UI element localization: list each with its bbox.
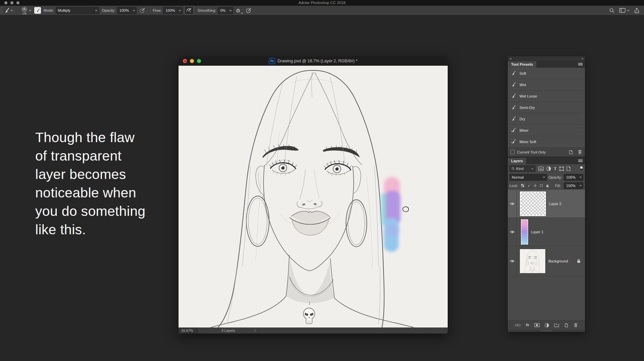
layer-visibility-toggle[interactable] [508, 246, 517, 276]
canvas[interactable] [179, 66, 448, 327]
filter-type-layers-icon[interactable]: T [554, 166, 557, 171]
tool-preset-list: Soft Wet Wet Loose Semi-Dry Dry Mixer [508, 68, 585, 147]
tool-preset-item[interactable]: Wet [508, 79, 585, 91]
tool-preset-item[interactable]: Wet Loose [508, 91, 585, 102]
delete-layer-icon[interactable] [574, 323, 578, 327]
smoothing-value: 0% [218, 7, 228, 14]
watercolor-stroke [381, 177, 400, 252]
search-icon[interactable] [609, 8, 614, 13]
new-group-icon[interactable] [554, 323, 559, 327]
layer-row-layer-2[interactable]: Layer 2 [508, 190, 585, 218]
layer-opacity-label: Opacity: [549, 175, 562, 179]
tab-layers[interactable]: Layers [508, 158, 526, 164]
layers-tab-row: Layers [508, 158, 585, 164]
filter-toggle-icon[interactable] [580, 166, 583, 171]
lock-artboard-icon[interactable] [540, 183, 543, 188]
tool-preset-label: Mixer [519, 128, 529, 132]
status-info[interactable]: 3 Layers › [198, 327, 259, 334]
new-preset-icon[interactable] [568, 150, 573, 155]
pressure-size-button[interactable] [244, 6, 253, 14]
zoom-level-input[interactable]: 16.67% [179, 327, 198, 334]
layer-visibility-toggle[interactable] [508, 190, 517, 218]
filter-adjustment-layers-icon[interactable] [546, 166, 551, 171]
panel-menu-icon[interactable] [578, 159, 583, 162]
chevron-down-icon[interactable] [29, 10, 32, 11]
airbrush-toggle-button[interactable] [184, 6, 194, 15]
layer-thumbnail[interactable] [520, 191, 546, 216]
layers-blend-row: Normal Opacity: 100% [508, 173, 585, 181]
psd-file-icon: Ps [269, 58, 275, 64]
filter-smart-objects-icon[interactable] [566, 166, 571, 171]
workspace-switcher[interactable] [619, 8, 630, 13]
document-window: Ps Drawing.psd @ 16.7% (Layer 2, RGB/8#)… [179, 56, 448, 334]
layer-opacity-input[interactable]: 100% [564, 174, 583, 181]
layer-blend-mode-select[interactable]: Normal [509, 174, 547, 181]
brush-preset-picker[interactable]: 125 [21, 6, 28, 15]
layer-thumbnail[interactable] [521, 219, 528, 245]
link-layers-icon[interactable] [515, 323, 521, 327]
menu-bar: Adobe Photoshop CC 2018 [0, 0, 644, 6]
layer-thumbnail[interactable] [520, 249, 545, 273]
smoothing-options-gear-icon[interactable]: ⚙ [236, 8, 240, 13]
chevron-down-icon [179, 10, 181, 11]
layer-fill-value: 100% [564, 183, 578, 189]
layer-mask-icon[interactable] [534, 323, 540, 327]
trash-icon[interactable] [578, 149, 582, 155]
collapse-panels-icon[interactable]: « [581, 57, 583, 60]
current-tool-only-checkbox[interactable] [510, 150, 515, 154]
layer-style-fx-icon[interactable]: fx [526, 323, 529, 327]
tool-preset-label: Dry [519, 117, 525, 121]
layer-visibility-toggle[interactable] [508, 218, 517, 246]
tab-tool-presets[interactable]: Tool Presets [508, 61, 536, 68]
layer-row-background[interactable]: Background [508, 246, 585, 276]
blend-mode-select[interactable]: Multiply [56, 7, 99, 14]
filter-pixel-layers-icon[interactable] [538, 167, 544, 171]
tool-preset-item[interactable]: Soft [508, 68, 585, 79]
chevron-down-icon [543, 176, 545, 178]
share-icon[interactable] [634, 8, 639, 13]
tool-preset-label: Mixer Soft [519, 140, 536, 144]
layers-lock-row: Lock: Fill: 100% [508, 181, 585, 190]
status-chevron-icon[interactable]: › [254, 328, 256, 333]
lock-all-icon[interactable] [546, 183, 549, 188]
flow-input[interactable]: 100% [163, 7, 183, 14]
tool-presets-tab-row: Tool Presets [508, 61, 585, 68]
chevron-down-icon [627, 10, 630, 11]
panel-menu-icon[interactable] [578, 63, 583, 66]
tool-preset-item[interactable]: Semi-Dry [508, 102, 585, 113]
toggle-brush-settings-button[interactable] [34, 7, 41, 14]
layers-empty-area [508, 276, 585, 320]
brush-icon [511, 82, 516, 87]
chevron-down-icon [579, 185, 582, 186]
current-tool-only-label: Current Tool Only [517, 150, 546, 154]
filter-shape-layers-icon[interactable] [559, 167, 564, 171]
lock-paint-icon[interactable] [527, 183, 530, 188]
smoothing-input[interactable]: 0% [218, 7, 233, 14]
brush-tip-thumbnail-icon [21, 6, 28, 12]
chevron-down-icon [531, 168, 534, 170]
opacity-input[interactable]: 100% [117, 7, 137, 14]
tool-preset-item[interactable]: Mixer [508, 125, 585, 136]
brush-icon [511, 116, 516, 121]
chevron-down-icon [133, 10, 135, 11]
filter-kind-select[interactable]: Kind [509, 165, 536, 172]
panel-resize-handle[interactable] [508, 330, 585, 332]
layer-fill-input[interactable]: 100% [564, 182, 583, 189]
document-title-bar[interactable]: Ps Drawing.psd @ 16.7% (Layer 2, RGB/8#)… [179, 56, 448, 66]
workspace-icon [619, 8, 626, 13]
brush-tool-button[interactable] [2, 6, 14, 14]
layer-row-layer-1[interactable]: Layer 1 [508, 218, 585, 246]
tool-preset-item[interactable]: Mixer Soft [508, 136, 585, 147]
new-layer-icon[interactable] [564, 323, 568, 327]
layer-name: Layer 2 [549, 202, 561, 206]
caption-text: Though the flaw of transparent layer bec… [35, 128, 183, 239]
fill-label: Fill: [555, 184, 561, 188]
close-panel-icon[interactable]: × [510, 57, 512, 61]
lock-position-icon[interactable] [534, 183, 537, 188]
lock-transparency-icon[interactable] [521, 183, 524, 188]
tool-preset-item[interactable]: Dry [508, 113, 585, 125]
pressure-opacity-button[interactable] [138, 6, 147, 14]
adjustment-layer-icon[interactable] [545, 323, 549, 327]
document-status-bar: 16.67% 3 Layers › [179, 327, 448, 334]
eye-icon [510, 230, 515, 234]
